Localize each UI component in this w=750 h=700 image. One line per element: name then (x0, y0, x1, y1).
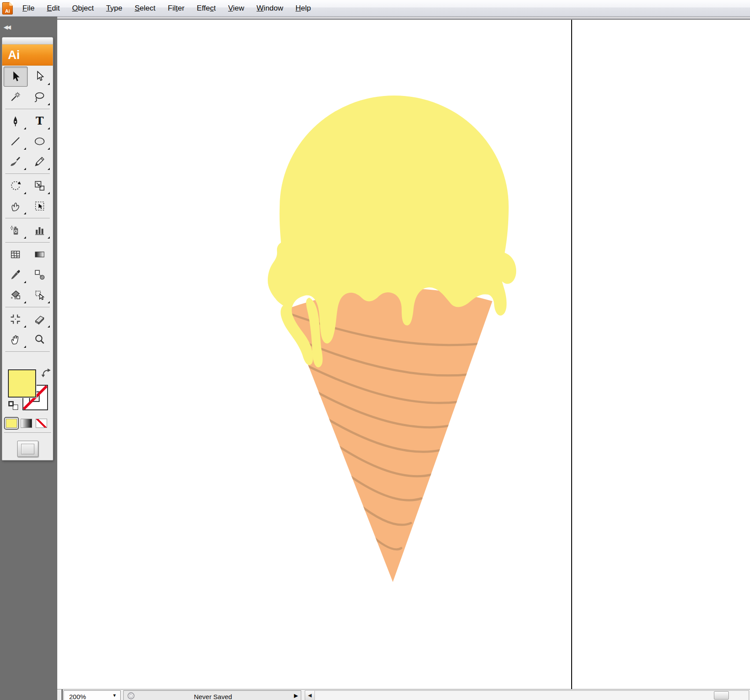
scrollbar-thumb[interactable] (714, 691, 729, 700)
tools-panel-header[interactable] (2, 37, 53, 44)
menu-help[interactable]: Help (289, 1, 317, 16)
dock-collapse-button[interactable]: ◀◀ (4, 24, 10, 30)
menu-file[interactable]: File (16, 1, 41, 16)
mesh-tool-icon[interactable] (4, 244, 28, 265)
tool-divider (4, 305, 52, 309)
menu-select[interactable]: Select (129, 1, 162, 16)
eraser-tool-icon[interactable] (28, 309, 52, 329)
gradient-tool-icon[interactable] (28, 244, 52, 265)
tool-divider (4, 350, 52, 354)
type-tool-icon[interactable] (28, 111, 52, 131)
panel-dock: ◀◀ Ai (0, 17, 57, 700)
pen-tool-icon[interactable] (4, 111, 28, 131)
horizontal-scrollbar[interactable]: ◀ (305, 690, 749, 700)
canvas-top-edge (57, 17, 750, 20)
rotate-tool-icon[interactable] (4, 176, 28, 196)
tool-divider (4, 240, 52, 244)
magic-wand-tool-icon[interactable] (4, 87, 28, 107)
swap-fill-stroke-icon[interactable] (41, 368, 51, 377)
color-mode-button[interactable] (6, 419, 17, 428)
fill-stroke-controls (2, 369, 53, 416)
tool-divider (4, 107, 52, 111)
menu-bar: Ai File Edit Object Type Select Filter E… (0, 0, 750, 17)
crop-area-tool-icon[interactable] (4, 309, 28, 329)
pencil-tool-icon[interactable] (28, 151, 52, 172)
tool-divider (4, 216, 52, 220)
column-graph-tool-icon[interactable] (28, 220, 52, 240)
scroll-left-arrow-icon[interactable]: ◀ (305, 691, 315, 700)
eyedropper-tool-icon[interactable] (4, 265, 28, 285)
paintbrush-tool-icon[interactable] (4, 151, 28, 172)
selection-tool-icon[interactable] (4, 66, 28, 87)
zoom-tool-icon[interactable] (28, 329, 52, 350)
status-icon (127, 692, 135, 700)
tool-divider (4, 172, 52, 176)
illustrator-window: Ai File Edit Object Type Select Filter E… (0, 0, 750, 700)
window-edge (62, 689, 63, 700)
scale-tool-icon[interactable] (28, 176, 52, 196)
fill-swatch[interactable] (8, 369, 36, 398)
hand-tool-icon[interactable] (4, 329, 28, 350)
tool-divider (2, 431, 53, 435)
zoom-dropdown-arrow-icon[interactable]: ▼ (109, 691, 120, 700)
none-mode-button[interactable] (36, 419, 47, 428)
ice-cream-artwork[interactable] (57, 20, 750, 689)
status-menu-arrow-icon[interactable]: ▶ (291, 691, 301, 699)
document-status-text: Never Saved (135, 691, 291, 700)
live-paint-selection-tool-icon[interactable] (28, 285, 52, 305)
direct-selection-tool-icon[interactable] (28, 66, 52, 87)
menu-edit[interactable]: Edit (41, 1, 66, 16)
menu-window[interactable]: Window (251, 1, 289, 16)
illustrator-logo: Ai (2, 44, 53, 66)
menu-filter[interactable]: Filter (162, 1, 191, 16)
tool-grid (2, 66, 53, 354)
menu-object[interactable]: Object (66, 1, 100, 16)
gradient-mode-button[interactable] (21, 419, 32, 428)
ellipse-tool-icon[interactable] (28, 131, 52, 151)
lasso-tool-icon[interactable] (28, 87, 52, 107)
blend-tool-icon[interactable] (28, 265, 52, 285)
symbol-sprayer-tool-icon[interactable] (4, 220, 28, 240)
menu-type[interactable]: Type (100, 1, 129, 16)
line-segment-tool-icon[interactable] (4, 131, 28, 151)
app-icon: Ai (2, 2, 13, 15)
status-bar: 200% ▼ Never Saved ▶ ◀ (57, 689, 750, 700)
canvas-area[interactable] (57, 17, 750, 689)
document-status-field: Never Saved ▶ (123, 690, 301, 700)
default-fill-stroke-icon[interactable] (8, 401, 18, 410)
menu-view[interactable]: View (222, 1, 251, 16)
screen-mode-button[interactable] (17, 441, 38, 457)
zoom-level-value: 200% (64, 691, 109, 700)
menu-effect[interactable]: Effect (191, 1, 222, 16)
zoom-level-combo[interactable]: 200% ▼ (63, 690, 121, 700)
free-transform-tool-icon[interactable] (28, 196, 52, 216)
live-paint-bucket-tool-icon[interactable] (4, 285, 28, 305)
tools-panel: Ai (2, 37, 53, 461)
paint-mode-buttons (2, 416, 53, 428)
warp-tool-icon[interactable] (4, 196, 28, 216)
